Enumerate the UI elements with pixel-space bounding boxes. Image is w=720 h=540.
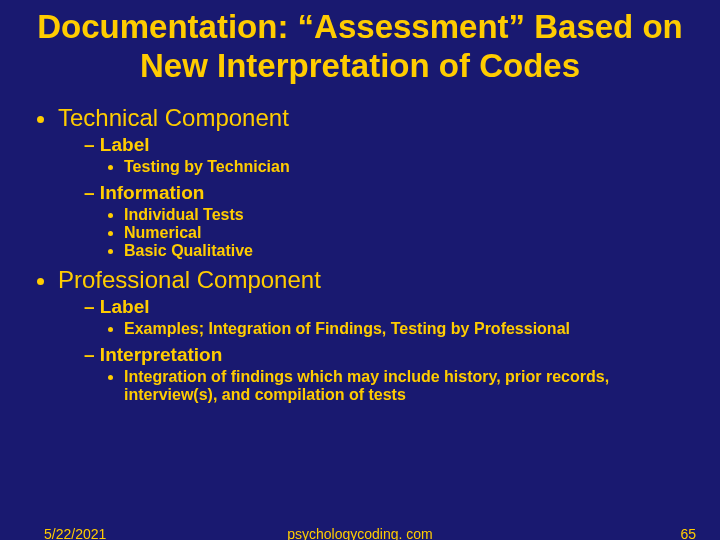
subsub-bullet: Testing by Technician bbox=[124, 158, 692, 176]
bullet-professional-component: Professional Component Label Examples; I… bbox=[58, 266, 692, 404]
subsub-bullet: Examples; Integration of Findings, Testi… bbox=[124, 320, 692, 338]
sub-bullet-information: Information Individual Tests Numerical B… bbox=[84, 182, 692, 260]
sub-bullet-interpretation: Interpretation Integration of findings w… bbox=[84, 344, 692, 404]
slide: Documentation: “Assessment” Based on New… bbox=[0, 0, 720, 540]
subsub-bullet: Individual Tests bbox=[124, 206, 692, 224]
bullet-text: Professional Component bbox=[58, 266, 321, 293]
sub-bullet-label: Label Examples; Integration of Findings,… bbox=[84, 296, 692, 338]
subsub-bullet: Numerical bbox=[124, 224, 692, 242]
subsub-bullet: Basic Qualitative bbox=[124, 242, 692, 260]
subsub-list: Testing by Technician bbox=[84, 158, 692, 176]
subsub-list: Examples; Integration of Findings, Testi… bbox=[84, 320, 692, 338]
sub-bullet-label: Label Testing by Technician bbox=[84, 134, 692, 176]
sub-bullet-text: Label bbox=[100, 296, 150, 317]
sub-bullet-text: Information bbox=[100, 182, 205, 203]
sub-list: Label Testing by Technician Information … bbox=[58, 134, 692, 260]
bullet-list: Technical Component Label Testing by Tec… bbox=[28, 104, 692, 404]
subsub-list: Individual Tests Numerical Basic Qualita… bbox=[84, 206, 692, 260]
bullet-technical-component: Technical Component Label Testing by Tec… bbox=[58, 104, 692, 260]
footer-page-number: 65 bbox=[680, 526, 696, 540]
footer-source: psychologycoding. com bbox=[0, 526, 720, 540]
subsub-bullet: Integration of findings which may includ… bbox=[124, 368, 692, 404]
slide-title: Documentation: “Assessment” Based on New… bbox=[28, 8, 692, 86]
bullet-text: Technical Component bbox=[58, 104, 289, 131]
sub-bullet-text: Label bbox=[100, 134, 150, 155]
sub-list: Label Examples; Integration of Findings,… bbox=[58, 296, 692, 404]
sub-bullet-text: Interpretation bbox=[100, 344, 222, 365]
subsub-list: Integration of findings which may includ… bbox=[84, 368, 692, 404]
